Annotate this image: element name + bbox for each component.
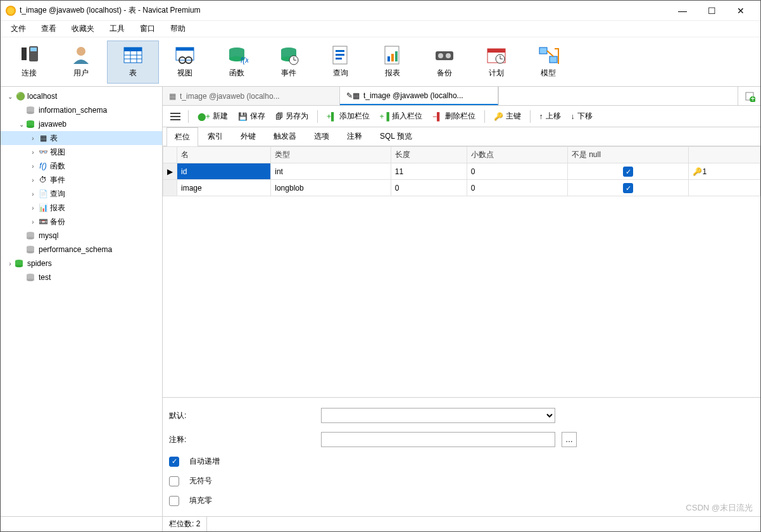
toolbar-view-button[interactable]: 视图 xyxy=(159,41,211,84)
cell-type[interactable]: longblob xyxy=(271,180,391,196)
tree-node[interactable]: ›▦表 xyxy=(1,131,162,145)
tree-node[interactable]: ›📊报表 xyxy=(1,201,162,215)
tree-node[interactable]: ⌄🟢localhost xyxy=(1,89,162,103)
column-header[interactable]: 不是 null xyxy=(567,147,689,163)
tree-node[interactable]: ›👓视图 xyxy=(1,145,162,159)
default-select[interactable] xyxy=(321,408,555,423)
toolbar-label: 表 xyxy=(129,68,137,79)
menu-view[interactable]: 查看 xyxy=(34,21,64,37)
prop-tab[interactable]: 栏位 xyxy=(167,127,198,146)
cell-name[interactable]: id xyxy=(177,163,271,180)
node-icon: ▦ xyxy=(37,134,49,142)
tree-node[interactable]: ⌄javaweb xyxy=(1,117,162,131)
twisty-icon[interactable]: › xyxy=(28,149,37,156)
tree-node[interactable]: mysql xyxy=(1,229,162,243)
column-header[interactable]: 名 xyxy=(177,147,271,163)
twisty-icon[interactable]: › xyxy=(28,163,37,170)
column-header[interactable] xyxy=(689,147,760,163)
column-header[interactable]: 长度 xyxy=(391,147,467,163)
zerofill-checkbox[interactable] xyxy=(169,496,179,506)
menu-window[interactable]: 窗口 xyxy=(132,21,163,37)
node-label: mysql xyxy=(39,231,58,240)
column-header[interactable]: 小数点 xyxy=(467,147,567,163)
cell-decimals[interactable]: 0 xyxy=(467,163,567,180)
prop-tab[interactable]: SQL 预览 xyxy=(372,127,420,146)
tree-node[interactable]: information_schema xyxy=(1,103,162,117)
report-icon xyxy=(381,45,404,65)
add-field-button[interactable]: +▌添加栏位 xyxy=(323,108,374,124)
toolbar-label: 模型 xyxy=(541,68,556,79)
maximize-button[interactable]: ☐ xyxy=(697,1,726,21)
twisty-icon[interactable]: ⌄ xyxy=(17,121,26,128)
toolbar-user-button[interactable]: 用户 xyxy=(55,41,107,84)
tree-node[interactable]: ›📼备份 xyxy=(1,215,162,229)
cell-notnull[interactable]: ✓ xyxy=(567,163,689,180)
table-row[interactable]: ▶idint110✓🔑1 xyxy=(163,163,760,180)
twisty-icon[interactable]: › xyxy=(28,205,37,212)
new-icon: ⬤+ xyxy=(198,112,210,121)
menu-help[interactable]: 帮助 xyxy=(163,21,193,37)
twisty-icon[interactable]: › xyxy=(28,177,37,184)
cell-length[interactable]: 0 xyxy=(391,180,467,196)
delete-field-button[interactable]: −▌删除栏位 xyxy=(429,108,479,124)
toolbar-query-button[interactable]: 查询 xyxy=(315,41,367,84)
toolbar-report-button[interactable]: 报表 xyxy=(367,41,418,84)
cell-notnull[interactable]: ✓ xyxy=(567,180,689,196)
menu-fav[interactable]: 收藏夹 xyxy=(64,21,102,37)
menu-tools[interactable]: 工具 xyxy=(102,21,132,37)
cell-decimals[interactable]: 0 xyxy=(467,180,567,196)
cell-name[interactable]: image xyxy=(177,180,271,196)
tree-node[interactable]: performance_schema xyxy=(1,243,162,256)
primary-key-button[interactable]: 🔑主键 xyxy=(490,108,525,124)
connection-tree[interactable]: ⌄🟢localhostinformation_schema⌄javaweb›▦表… xyxy=(1,89,162,284)
menu-icon[interactable] xyxy=(168,110,183,123)
add-tab-button[interactable]: + xyxy=(738,87,760,105)
prop-tab[interactable]: 注释 xyxy=(339,127,370,146)
toolbar-backup-button[interactable]: 备份 xyxy=(418,41,470,84)
tab-1[interactable]: ▦ t_image @javaweb (localho... xyxy=(163,87,340,105)
cell-pk[interactable]: 🔑1 xyxy=(689,163,760,180)
prop-tab[interactable]: 外键 xyxy=(232,127,264,146)
twisty-icon[interactable]: ⌄ xyxy=(6,93,15,100)
toolbar-table-button[interactable]: 表 xyxy=(107,41,159,84)
twisty-icon[interactable]: › xyxy=(6,260,15,267)
unsigned-checkbox[interactable] xyxy=(169,476,179,486)
twisty-icon[interactable]: › xyxy=(28,191,37,198)
node-icon xyxy=(26,245,37,254)
table-row[interactable]: imagelongblob00✓ xyxy=(163,180,760,196)
tab-2[interactable]: ✎▦ t_image @javaweb (localho... xyxy=(340,87,498,105)
tree-node[interactable]: ›⏱事件 xyxy=(1,173,162,187)
prop-tab[interactable]: 选项 xyxy=(306,127,337,146)
saveas-button[interactable]: 🗐另存为 xyxy=(272,108,312,124)
move-down-button[interactable]: ↓下移 xyxy=(567,108,596,124)
save-button[interactable]: 💾保存 xyxy=(234,108,269,124)
twisty-icon[interactable]: › xyxy=(28,218,37,225)
prop-tab[interactable]: 索引 xyxy=(199,127,231,146)
tree-node[interactable]: ›spiders xyxy=(1,256,162,270)
comment-input[interactable] xyxy=(321,432,555,447)
toolbar-plug-button[interactable]: 连接 xyxy=(3,41,55,84)
column-header[interactable]: 类型 xyxy=(271,147,391,163)
auto-increment-checkbox[interactable]: ✓ xyxy=(169,457,179,467)
toolbar-event-button[interactable]: 事件 xyxy=(263,41,315,84)
menu-file[interactable]: 文件 xyxy=(3,21,34,37)
toolbar-model-button[interactable]: 模型 xyxy=(522,41,574,84)
new-button[interactable]: ⬤+新建 xyxy=(194,108,232,124)
insert-field-button[interactable]: +▐插入栏位 xyxy=(376,108,427,124)
comment-more-button[interactable]: … xyxy=(562,432,577,447)
cell-type[interactable]: int xyxy=(271,163,391,180)
tree-node[interactable]: ›f()函数 xyxy=(1,159,162,173)
cell-pk[interactable] xyxy=(689,180,760,196)
cell-length[interactable]: 11 xyxy=(391,163,467,180)
toolbar-fx-button[interactable]: f(x)函数 xyxy=(211,41,263,84)
twisty-icon[interactable]: › xyxy=(28,135,37,142)
minimize-button[interactable]: ― xyxy=(668,1,697,21)
close-button[interactable]: ✕ xyxy=(726,1,755,21)
fields-grid[interactable]: 名类型长度小数点不是 null▶idint110✓🔑1imagelongblob… xyxy=(163,146,760,398)
tree-node[interactable]: test xyxy=(1,270,162,284)
move-up-button[interactable]: ↑上移 xyxy=(536,108,565,124)
node-label: javaweb xyxy=(39,120,66,129)
tree-node[interactable]: ›📄查询 xyxy=(1,187,162,201)
prop-tab[interactable]: 触发器 xyxy=(265,127,305,146)
toolbar-schedule-button[interactable]: 计划 xyxy=(470,41,522,84)
